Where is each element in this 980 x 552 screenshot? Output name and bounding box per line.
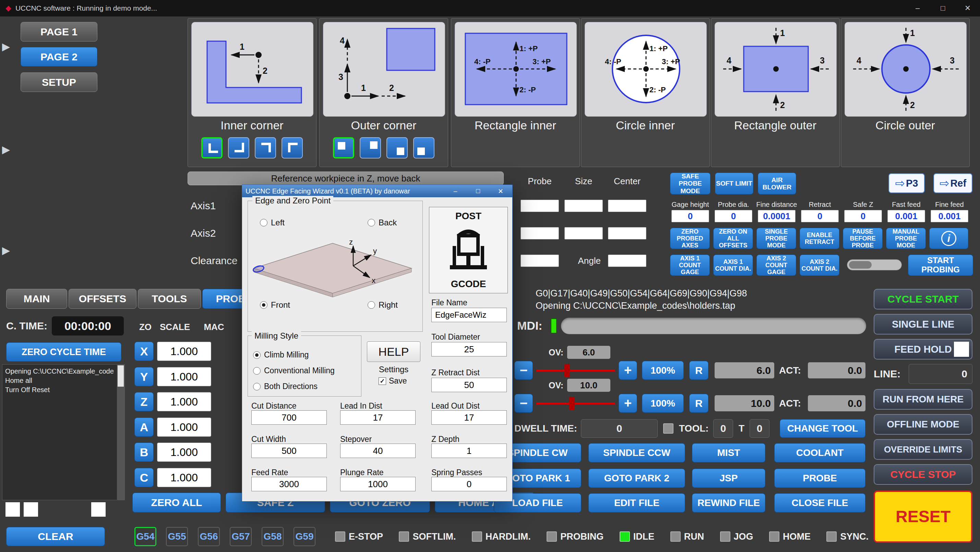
page2-button[interactable]: PAGE 2 [21, 47, 97, 67]
corner-variant-icon[interactable] [228, 137, 249, 158]
axis-c-value[interactable] [157, 468, 211, 487]
override-limits-button[interactable]: OVERRIDE LIMITS [874, 439, 972, 460]
rewind-file-button[interactable]: REWIND FILE [692, 493, 765, 512]
rectangle-outer-diagram[interactable]: 1 4 3 2 [714, 22, 837, 116]
slider-handle[interactable] [849, 261, 872, 269]
edit-file-button[interactable]: EDIT FILE [589, 493, 685, 512]
maximize-button[interactable]: □ [933, 0, 953, 16]
axis1-count-dia-button[interactable]: AXIS 1 COUNT DIA. [713, 255, 753, 276]
angle-field[interactable] [608, 255, 646, 267]
axis2-probe-field[interactable] [520, 227, 559, 239]
edge-back-radio[interactable]: Back [368, 218, 397, 227]
feed-ov-slider[interactable] [536, 361, 615, 380]
clear-button[interactable]: CLEAR [6, 527, 105, 546]
corner-variant-icon[interactable] [201, 137, 223, 158]
tool-diameter-field[interactable] [431, 342, 507, 356]
axis-z-value[interactable] [157, 392, 211, 412]
tab-tools[interactable]: TOOLS [138, 289, 201, 309]
axis2-count-dia-button[interactable]: AXIS 2 COUNT DIA. [800, 255, 839, 276]
g59-button[interactable]: G59 [294, 527, 315, 546]
coolant-button[interactable]: COOLANT [774, 443, 865, 463]
spindle-ov-minus-button[interactable]: − [514, 394, 533, 413]
file-name-field[interactable] [431, 308, 507, 322]
setup-button[interactable]: SETUP [21, 72, 97, 92]
tab-offsets[interactable]: OFFSETS [68, 289, 137, 309]
climb-milling-radio[interactable]: Climb Milling [253, 350, 309, 359]
axis-a-value[interactable] [157, 418, 211, 437]
titlebar[interactable]: ◆ UCCNC software : Running in demo mode.… [0, 0, 980, 16]
fine-feed-field[interactable] [931, 210, 968, 222]
g58-button[interactable]: G58 [262, 527, 283, 546]
plunge-rate-field[interactable] [340, 477, 415, 491]
single-probe-mode-button[interactable]: SINGLE PROBE MODE [756, 228, 796, 249]
probe-info-button[interactable]: i [929, 228, 968, 249]
log-scrollbar[interactable] [117, 365, 124, 500]
edge-right-radio[interactable]: Right [368, 300, 398, 310]
safe-z-field[interactable] [844, 210, 882, 222]
axis2-center-field[interactable] [608, 227, 646, 239]
cycle-stop-button[interactable]: CYCLE STOP [874, 464, 972, 485]
single-line-button[interactable]: SINGLE LINE [874, 314, 972, 335]
edge-front-radio[interactable]: Front [260, 300, 290, 310]
scrollbar-thumb[interactable] [118, 365, 124, 387]
gage-height-field[interactable] [671, 210, 709, 222]
g54-button[interactable]: G54 [134, 527, 156, 546]
air-blower-button[interactable]: AIR BLOWER [758, 172, 796, 195]
axis2-size-field[interactable] [565, 227, 603, 239]
slider-handle[interactable] [565, 364, 570, 377]
start-probing-button[interactable]: START PROBING [908, 255, 973, 276]
cycle-start-button[interactable]: CYCLE START [874, 289, 972, 310]
lead-in-field[interactable] [340, 410, 415, 425]
zero-all-button[interactable]: ZERO ALL [132, 493, 221, 512]
lead-out-field[interactable] [431, 410, 507, 425]
goto-ref-button[interactable]: ⇨ Ref [933, 173, 972, 193]
goto-park2-button[interactable]: GOTO PARK 2 [589, 469, 685, 488]
change-tool-button[interactable]: CHANGE TOOL [780, 419, 865, 438]
zero-probed-axes-button[interactable]: ZERO PROBED AXES [670, 228, 710, 249]
reset-button[interactable]: RESET [874, 491, 972, 543]
z-retract-field[interactable] [431, 378, 507, 392]
pause-before-probe-button[interactable]: PAUSE BEFORE PROBE [843, 228, 883, 249]
rectangle-inner-diagram[interactable]: 1: +P 4: -P 3: +P 2: -P [455, 22, 577, 116]
corner-variant-icon[interactable] [333, 137, 354, 158]
probe-dia-field[interactable] [714, 210, 752, 222]
dialog-maximize-button[interactable]: □ [468, 185, 488, 197]
spindle-ov-100-button[interactable]: 100% [642, 394, 684, 413]
probe-slider[interactable] [847, 259, 902, 270]
soft-limit-button[interactable]: SOFT LIMIT [715, 172, 753, 195]
help-button[interactable]: HELP [367, 341, 420, 362]
mdi-input[interactable] [561, 317, 866, 334]
close-file-button[interactable]: CLOSE FILE [774, 493, 865, 512]
corner-variant-icon[interactable] [360, 137, 381, 158]
axis-x-value[interactable] [157, 342, 211, 361]
axis-b-value[interactable] [157, 443, 211, 462]
g57-button[interactable]: G57 [230, 527, 252, 546]
flyout-arrow-icon[interactable]: ▶ [2, 40, 10, 53]
offline-mode-button[interactable]: OFFLINE MODE [874, 414, 972, 435]
both-directions-radio[interactable]: Both Directions [253, 382, 318, 391]
dialog-close-button[interactable]: ✕ [491, 185, 510, 197]
axis-y-button[interactable]: Y [134, 367, 154, 386]
status-log[interactable]: Opening C:\UCCNC\Example_code Home all T… [2, 364, 125, 500]
stepover-field[interactable] [340, 444, 415, 458]
cut-distance-field[interactable] [251, 410, 327, 425]
spindle-ov-slider[interactable] [536, 394, 615, 413]
save-checkbox[interactable]: ✓ Save [379, 377, 407, 386]
axis2-count-gage-button[interactable]: AXIS 2 COUNT GAGE [756, 255, 796, 276]
g55-button[interactable]: G55 [166, 527, 188, 546]
axis-z-button[interactable]: Z [134, 392, 154, 412]
feed-rate-field[interactable] [251, 477, 327, 491]
axis1-center-field[interactable] [608, 199, 646, 212]
tab-main[interactable]: MAIN [6, 289, 67, 309]
feed-ov-100-button[interactable]: 100% [642, 361, 684, 380]
inner-corner-diagram[interactable]: 1 2 [191, 22, 313, 116]
axis-y-value[interactable] [157, 367, 211, 386]
axis1-probe-field[interactable] [520, 199, 559, 212]
corner-variant-icon[interactable] [387, 137, 408, 158]
tool-checkbox[interactable] [663, 423, 673, 434]
dialog-minimize-button[interactable]: – [446, 185, 465, 197]
spring-passes-field[interactable] [431, 477, 507, 491]
feed-ov-reset-button[interactable]: R [689, 361, 708, 380]
corner-variant-icon[interactable] [413, 137, 434, 158]
spindle-ccw-button[interactable]: SPINDLE CCW [589, 443, 685, 463]
